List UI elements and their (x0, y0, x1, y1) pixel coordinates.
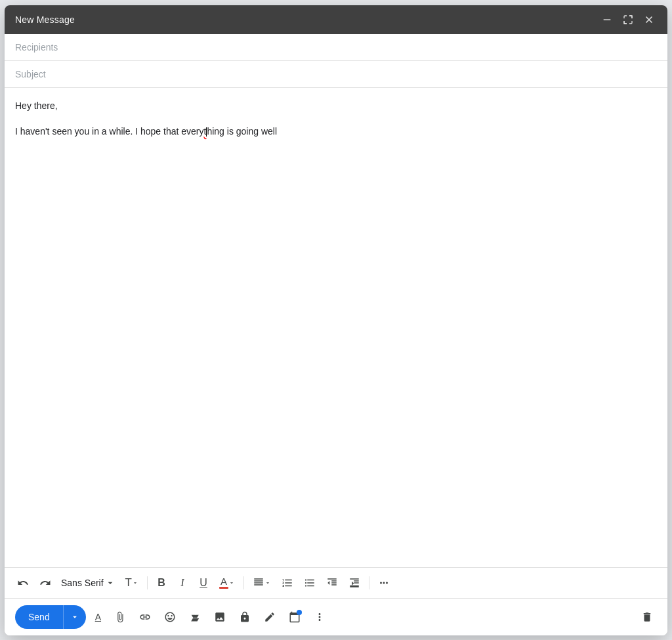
notification-dot (297, 610, 302, 615)
font-size-dropdown-icon (132, 580, 138, 586)
text-color-dropdown-icon (228, 580, 235, 586)
close-icon (644, 14, 654, 25)
subject-field[interactable] (5, 61, 667, 88)
signature-icon (264, 611, 276, 623)
compose-header: New Message (5, 5, 667, 34)
text-color-icon: A (219, 576, 228, 589)
header-actions (599, 12, 657, 28)
compose-window: New Message (5, 5, 667, 635)
font-size-button[interactable]: T (121, 573, 143, 593)
confidential-button[interactable] (235, 607, 255, 627)
body-text: Hey there, I haven't seen you in a while… (15, 98, 657, 140)
body-line-2: I haven't seen you in a while. I hope th… (15, 124, 657, 140)
indent-increase-icon (348, 577, 360, 589)
recipients-input[interactable] (15, 42, 657, 53)
svg-rect-0 (604, 19, 611, 20)
align-button[interactable] (248, 573, 276, 593)
recipients-field[interactable] (5, 34, 667, 61)
photo-icon (214, 611, 226, 623)
more-options-button[interactable] (310, 607, 329, 627)
font-dropdown-icon (105, 578, 116, 588)
signature-button[interactable] (260, 607, 280, 627)
emoji-icon (164, 611, 176, 623)
underline-button[interactable]: U (194, 573, 213, 593)
undo-button[interactable] (12, 573, 33, 593)
subject-input[interactable] (15, 69, 657, 79)
numbered-list-icon (282, 577, 293, 589)
formatting-options-button[interactable]: A (91, 608, 105, 626)
drive-icon (189, 611, 201, 623)
body-line-1: Hey there, (15, 98, 657, 114)
font-name-label: Sans Serif (61, 578, 104, 588)
more-options-icon (314, 611, 326, 623)
indent-decrease-icon (326, 577, 338, 589)
bold-button[interactable]: B (152, 573, 171, 593)
close-button[interactable] (641, 12, 657, 28)
font-size-icon: T (125, 576, 132, 589)
compose-body[interactable]: Hey there, I haven't seen you in a while… (5, 88, 667, 567)
send-dropdown-button[interactable] (63, 605, 86, 629)
attach-button[interactable] (110, 607, 130, 627)
format-toolbar: Sans Serif T B I U A (5, 567, 667, 598)
minimize-button[interactable] (599, 12, 615, 28)
maximize-icon (623, 14, 633, 25)
send-button-group: Send (15, 605, 86, 629)
undo-icon (17, 577, 29, 589)
formatting-a-icon: A (95, 612, 101, 622)
insert-link-button[interactable] (135, 607, 155, 627)
compose-bottom: Send A (5, 598, 667, 635)
italic-button[interactable]: I (173, 573, 192, 593)
toolbar-divider-1 (147, 576, 148, 589)
delete-draft-button[interactable] (637, 607, 657, 627)
google-drive-button[interactable] (185, 607, 205, 627)
redo-button[interactable] (35, 573, 56, 593)
link-icon (139, 611, 151, 623)
align-icon (253, 577, 264, 589)
font-selector[interactable]: Sans Serif (57, 575, 119, 591)
bottom-left-actions: Send A (15, 605, 329, 629)
toolbar-divider-3 (369, 576, 369, 589)
maximize-button[interactable] (620, 12, 636, 28)
insert-photo-button[interactable] (210, 607, 230, 627)
more-formatting-button[interactable] (373, 573, 394, 593)
minimize-icon (602, 14, 612, 25)
send-dropdown-icon (70, 612, 79, 622)
indent-increase-button[interactable] (344, 573, 365, 593)
more-formatting-icon (378, 577, 390, 589)
toolbar-divider-2 (243, 576, 244, 589)
indent-decrease-button[interactable] (322, 573, 343, 593)
numbered-list-button[interactable] (277, 573, 298, 593)
emoji-button[interactable] (160, 607, 180, 627)
text-color-button[interactable]: A (215, 573, 240, 593)
trash-icon (641, 611, 653, 623)
redo-icon (39, 577, 51, 589)
lock-icon (239, 611, 251, 623)
send-button[interactable]: Send (15, 605, 63, 629)
bullet-list-button[interactable] (299, 573, 320, 593)
align-dropdown-icon (264, 580, 271, 586)
bullet-list-icon (304, 577, 316, 589)
schedule-send-button[interactable] (285, 607, 304, 627)
attach-icon (114, 611, 126, 623)
compose-title: New Message (15, 14, 75, 25)
